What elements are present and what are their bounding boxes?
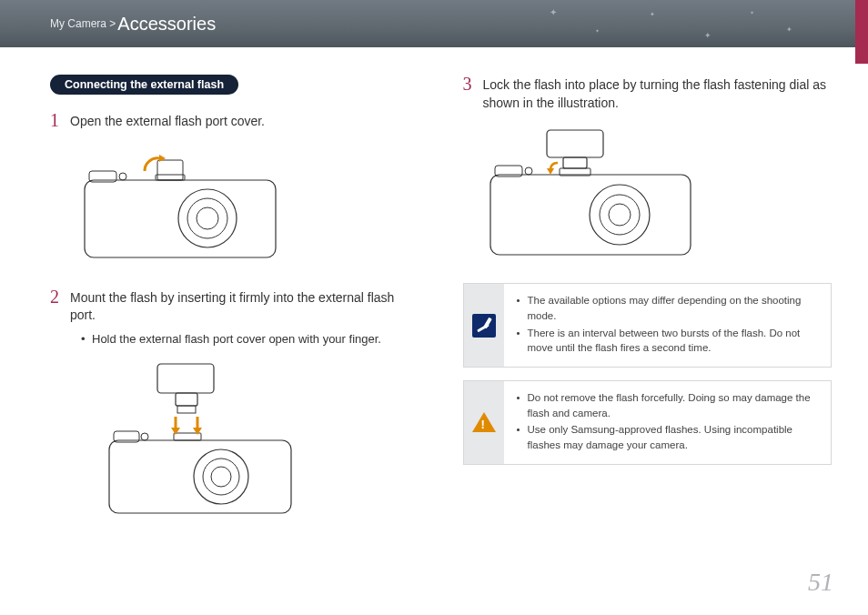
svg-rect-18 <box>177 406 196 413</box>
illustration-step-1 <box>76 144 419 262</box>
svg-point-5 <box>119 173 126 180</box>
right-column: 3 Lock the flash into place by turning t… <box>463 75 833 518</box>
header-decoration: ✦ ✦ ✦ ✦ ✦ ✦ <box>540 0 813 47</box>
illustration-step-2 <box>105 358 419 518</box>
svg-marker-8 <box>159 155 166 162</box>
info-note-box: The available options may differ dependi… <box>463 283 833 368</box>
page-content: Connecting the external flash 1 Open the… <box>0 47 868 518</box>
svg-point-26 <box>609 204 631 226</box>
info-icon-cell <box>464 284 504 367</box>
svg-rect-23 <box>490 175 691 255</box>
note-item: Use only Samsung-approved flashes. Using… <box>517 422 821 452</box>
step-2: 2 Mount the flash by inserting it firmly… <box>50 287 419 325</box>
note-item: The available options may differ dependi… <box>517 293 821 323</box>
page-number: 51 <box>808 568 833 597</box>
svg-rect-0 <box>85 180 276 257</box>
svg-rect-29 <box>547 130 603 157</box>
section-heading: Connecting the external flash <box>50 75 238 95</box>
info-note-body: The available options may differ dependi… <box>504 284 832 367</box>
warning-note-box: Do not remove the flash forcefully. Doin… <box>463 380 833 465</box>
breadcrumb-parent: My Camera > <box>50 17 116 30</box>
svg-rect-7 <box>156 175 185 180</box>
step-text: Lock the flash into place by turning the… <box>483 75 833 112</box>
note-item: Do not remove the flash forcefully. Doin… <box>517 390 821 420</box>
warning-icon <box>472 412 496 432</box>
step-2-sub: Hold the external flash port cover open … <box>81 332 419 346</box>
page-header: My Camera > Accessories ✦ ✦ ✦ ✦ ✦ ✦ <box>0 0 868 47</box>
svg-point-24 <box>590 185 650 245</box>
left-column: Connecting the external flash 1 Open the… <box>50 75 419 518</box>
note-item: There is an interval between two bursts … <box>517 326 821 356</box>
svg-point-2 <box>187 198 227 238</box>
step-number: 2 <box>50 287 61 306</box>
svg-marker-20 <box>171 428 180 435</box>
step-1: 1 Open the external flash port cover. <box>50 111 419 131</box>
step-number: 1 <box>50 111 61 129</box>
svg-rect-16 <box>157 364 214 393</box>
svg-point-25 <box>600 195 640 235</box>
svg-point-28 <box>525 167 532 175</box>
svg-rect-9 <box>109 440 291 513</box>
breadcrumb-current: Accessories <box>117 14 216 35</box>
side-tab <box>855 0 868 64</box>
step-text: Open the external flash port cover. <box>70 111 265 131</box>
svg-point-11 <box>203 459 239 495</box>
svg-point-12 <box>211 467 231 487</box>
warning-icon-cell <box>464 381 504 464</box>
svg-marker-32 <box>547 168 554 175</box>
pen-icon <box>472 314 496 338</box>
svg-rect-17 <box>176 393 197 406</box>
step-text: Mount the flash by inserting it firmly i… <box>70 287 419 325</box>
svg-rect-15 <box>174 433 201 440</box>
svg-point-10 <box>194 449 248 504</box>
svg-rect-6 <box>157 160 183 180</box>
svg-point-3 <box>197 207 218 229</box>
svg-point-14 <box>141 433 148 440</box>
step-number: 3 <box>463 75 474 93</box>
step-3: 3 Lock the flash into place by turning t… <box>463 75 833 112</box>
warning-note-body: Do not remove the flash forcefully. Doin… <box>504 381 832 464</box>
illustration-step-3 <box>481 125 833 261</box>
svg-rect-30 <box>563 157 587 168</box>
